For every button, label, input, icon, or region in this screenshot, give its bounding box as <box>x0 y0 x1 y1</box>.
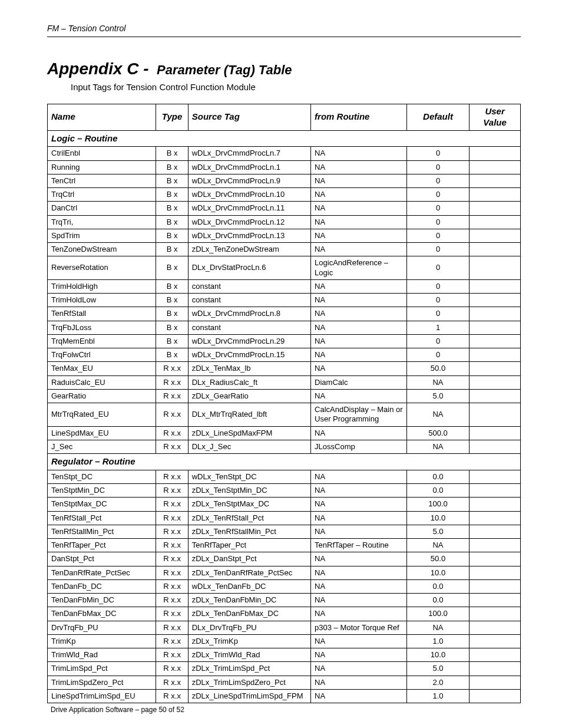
cell-routine: NA <box>311 294 407 307</box>
col-user: User Value <box>470 104 521 131</box>
cell-routine: JLossComp <box>311 440 407 453</box>
table-row: TenDanRfRate_PctSecR x.xzDLx_TenDanRfRat… <box>48 566 521 579</box>
cell-routine: NA <box>311 321 407 334</box>
header-divider <box>47 37 521 37</box>
title-main: Parameter (Tag) Table <box>157 62 292 77</box>
cell-routine: NA <box>311 607 407 621</box>
cell-type: R x.x <box>156 662 188 676</box>
cell-source: constant <box>188 294 310 307</box>
table-row: TrimKpR x.xzDLx_TrimKpNA1.0 <box>48 634 521 648</box>
cell-name: ReverseRotation <box>48 256 156 280</box>
cell-type: R x.x <box>156 566 188 579</box>
cell-user <box>470 525 521 538</box>
cell-type: B x <box>156 174 188 187</box>
table-row: TenDanFbMax_DCR x.xzDLx_TenDanFbMax_DCNA… <box>48 607 521 621</box>
cell-routine: NA <box>311 579 407 593</box>
cell-user <box>470 348 521 362</box>
cell-routine: NA <box>311 348 407 362</box>
cell-type: R x.x <box>156 607 188 621</box>
cell-user <box>470 539 521 552</box>
cell-routine: NA <box>311 498 407 511</box>
cell-default: 0 <box>406 174 469 187</box>
cell-name: TenZoneDwStream <box>48 243 156 256</box>
cell-type: B x <box>156 243 188 256</box>
table-row: TenDanFbMin_DCR x.xzDLx_TenDanFbMin_DCNA… <box>48 594 521 607</box>
cell-user <box>470 202 521 215</box>
table-row: DanStpt_PctR x.xzDLx_DanStpt_PctNA50.0 <box>48 552 521 566</box>
cell-source: wDLx_DrvCmmdProcLn.10 <box>188 188 310 202</box>
cell-name: TrimWld_Rad <box>48 648 156 662</box>
cell-default: 2.0 <box>406 676 469 689</box>
cell-default: NA <box>406 440 469 453</box>
cell-type: B x <box>156 294 188 307</box>
table-row: GearRatioR x.xzDLx_GearRatioNA5.0 <box>48 389 521 403</box>
cell-user <box>470 689 521 703</box>
cell-default: 0.0 <box>406 579 469 593</box>
cell-routine: p303 – Motor Torque Ref <box>311 621 407 634</box>
cell-type: B x <box>156 307 188 321</box>
table-row: J_SecR x.xDLx_J_SecJLossCompNA <box>48 440 521 453</box>
cell-routine: NA <box>311 648 407 662</box>
cell-user <box>470 215 521 229</box>
cell-routine: NA <box>311 634 407 648</box>
table-row: TenRfStall_PctR x.xzDLx_TenRfStall_PctNA… <box>48 511 521 525</box>
cell-name: TenDanFbMin_DC <box>48 594 156 607</box>
cell-routine: NA <box>311 229 407 242</box>
cell-user <box>470 662 521 676</box>
cell-name: TenCtrl <box>48 174 156 187</box>
table-row: TrqCtrlB xwDLx_DrvCmmdProcLn.10NA0 <box>48 188 521 202</box>
cell-name: DrvTrqFb_PU <box>48 621 156 634</box>
cell-type: R x.x <box>156 579 188 593</box>
cell-routine: NA <box>311 307 407 321</box>
cell-user <box>470 307 521 321</box>
cell-source: DLx_DrvTrqFb_PU <box>188 621 310 634</box>
cell-type: B x <box>156 321 188 334</box>
cell-name: TrqFolwCtrl <box>48 348 156 362</box>
cell-type: R x.x <box>156 648 188 662</box>
table-row: TrqFbJLossB xconstantNA1 <box>48 321 521 334</box>
col-name: Name <box>48 104 156 131</box>
cell-default: 0 <box>406 348 469 362</box>
col-source: Source Tag <box>188 104 310 131</box>
cell-type: R x.x <box>156 525 188 538</box>
page-title: Appendix C - Parameter (Tag) Table <box>47 60 521 78</box>
cell-type: R x.x <box>156 689 188 703</box>
cell-user <box>470 375 521 389</box>
cell-routine: NA <box>311 160 407 174</box>
table-row: TenRfStallB xwDLx_DrvCmmdProcLn.8NA0 <box>48 307 521 321</box>
cell-type: R x.x <box>156 498 188 511</box>
cell-name: TenStptMax_DC <box>48 498 156 511</box>
cell-name: TrqTri, <box>48 215 156 229</box>
table-row: CtrilEnblB xwDLx_DrvCmmdProcLn.7NA0 <box>48 147 521 160</box>
cell-type: B x <box>156 229 188 242</box>
cell-default: 50.0 <box>406 552 469 566</box>
section-title: Regulator – Routine <box>48 454 521 470</box>
cell-name: Running <box>48 160 156 174</box>
cell-name: LineSpdTrimLimSpd_EU <box>48 689 156 703</box>
cell-type: B x <box>156 348 188 362</box>
cell-name: TenDanFb_DC <box>48 579 156 593</box>
cell-routine: NA <box>311 279 407 293</box>
table-header-row: Name Type Source Tag from Routine Defaul… <box>48 104 521 131</box>
cell-type: R x.x <box>156 375 188 389</box>
table-row: RunningB xwDLx_DrvCmmdProcLn.1NA0 <box>48 160 521 174</box>
table-row: TenStptMax_DCR x.xzDLx_TenStptMax_DCNA10… <box>48 498 521 511</box>
table-row: TrqTri,B xwDLx_DrvCmmdProcLn.12NA0 <box>48 215 521 229</box>
table-row: TrimLimSpd_PctR x.xzDLx_TrimLimSpd_PctNA… <box>48 662 521 676</box>
table-row: TenMax_EUR x.xzDLx_TenMax_lbNA50.0 <box>48 362 521 375</box>
cell-source: constant <box>188 321 310 334</box>
cell-default: 50.0 <box>406 362 469 375</box>
cell-default: 0 <box>406 215 469 229</box>
col-type: Type <box>156 104 188 131</box>
cell-source: DLx_DrvStatProcLn.6 <box>188 256 310 280</box>
cell-routine: NA <box>311 389 407 403</box>
cell-default: 0 <box>406 294 469 307</box>
cell-name: DanStpt_Pct <box>48 552 156 566</box>
cell-type: R x.x <box>156 634 188 648</box>
table-row: TenStpt_DCR x.xwDLx_TenStpt_DCNA0.0 <box>48 470 521 483</box>
cell-user <box>470 294 521 307</box>
cell-source: wDLx_DrvCmmdProcLn.8 <box>188 307 310 321</box>
table-row: TenZoneDwStreamB xzDLx_TenZoneDwStreamNA… <box>48 243 521 256</box>
cell-name: J_Sec <box>48 440 156 453</box>
cell-default: 5.0 <box>406 525 469 538</box>
